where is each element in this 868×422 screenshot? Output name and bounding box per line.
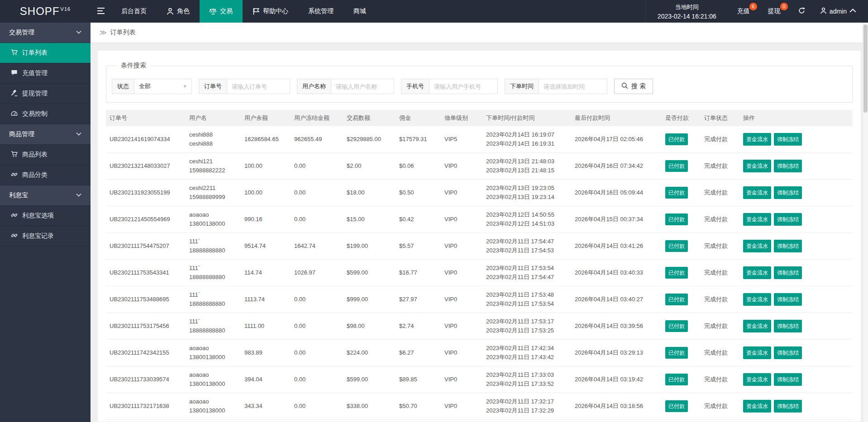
sidebar-item-10[interactable]: 利息宝选项 (0, 206, 91, 226)
nav-item-3[interactable]: 交易 (200, 0, 243, 23)
sidebar-toggle-button[interactable] (91, 0, 111, 23)
amount-cell: $98.00 (343, 313, 396, 340)
fund-flow-button[interactable]: 资金流水 (743, 186, 771, 199)
order-status-cell: 完成付款 (701, 286, 739, 313)
paid-cell: 已付款 (662, 206, 701, 233)
force-freeze-button[interactable]: 强制冻结 (774, 346, 802, 359)
last-pay-time: 2026年04月14日 03:39:56 (575, 322, 643, 329)
sidebar-item-7[interactable]: 商品列表 (0, 145, 91, 165)
order-status-cell: 完成付款 (701, 233, 739, 260)
user-phone: ceshi888 (189, 139, 237, 148)
table-row: UB2302111732171638aoaoao13800138000343.3… (106, 393, 853, 420)
frozen-cell: 1026.97 (291, 260, 343, 286)
paid-badge[interactable]: 已付款 (665, 187, 688, 199)
balance-cell: 100.00 (241, 153, 291, 180)
last-pay-time: 2026年04月14日 03:40:27 (575, 296, 643, 303)
order-no-input[interactable] (227, 79, 290, 94)
force-freeze-button[interactable]: 强制冻结 (774, 320, 802, 332)
cart-icon (11, 151, 18, 159)
sidebar-item-label: 商品列表 (22, 151, 48, 159)
paid-badge[interactable]: 已付款 (665, 133, 688, 145)
user-cell: aoaoao13800138000 (186, 340, 241, 366)
balance-cell: 1113.74 (241, 286, 291, 313)
user-name-input[interactable] (331, 79, 394, 94)
paid-badge[interactable]: 已付款 (665, 347, 688, 359)
link-icon (11, 232, 18, 240)
fund-flow-button[interactable]: 资金流水 (743, 213, 771, 226)
nav-item-6[interactable]: 商城 (343, 0, 376, 23)
search-button[interactable]: 搜 索 (614, 79, 653, 94)
paid-badge[interactable]: 已付款 (665, 294, 688, 305)
fund-flow-button[interactable]: 资金流水 (743, 160, 771, 172)
force-freeze-button[interactable]: 强制冻结 (774, 186, 802, 199)
force-freeze-button[interactable]: 强制冻结 (774, 293, 802, 306)
recharge-button[interactable]: 充值 6 (728, 0, 759, 23)
force-freeze-button[interactable]: 强制冻结 (774, 373, 802, 386)
paid-badge[interactable]: 已付款 (665, 213, 688, 225)
sidebar-item-5[interactable]: 交易控制 (0, 104, 91, 124)
order-no: UB2302111753488695 (110, 296, 169, 303)
status-select[interactable]: 全部 ▼ (134, 79, 192, 94)
sidebar-group-9[interactable]: 利息宝 (0, 185, 91, 206)
withdraw-button[interactable]: 提现 0 (759, 0, 790, 23)
sidebar-group-6[interactable]: 商品管理 (0, 124, 91, 145)
sidebar-item-3[interactable]: 充值管理 (0, 63, 91, 84)
sidebar-item-2[interactable]: 订单列表 (0, 43, 91, 63)
fund-flow-button[interactable]: 资金流水 (743, 346, 771, 359)
fund-flow-button[interactable]: 资金流水 (743, 400, 771, 413)
fund-flow-button[interactable]: 资金流水 (743, 320, 771, 332)
nav-item-2[interactable]: 角色 (157, 0, 200, 23)
last-pay-time: 2026年04月14日 03:40:33 (575, 269, 643, 276)
order-time-input[interactable] (539, 79, 607, 94)
force-freeze-button[interactable]: 强制冻结 (774, 400, 802, 413)
user-phone: 18888888880 (189, 273, 237, 282)
refresh-button[interactable] (790, 0, 814, 23)
user-menu[interactable]: admin (814, 0, 868, 23)
paid-badge[interactable]: 已付款 (665, 320, 688, 332)
nav-item-label: 商城 (353, 7, 366, 15)
fund-flow-button[interactable]: 资金流水 (743, 293, 771, 306)
order-no-cell: UB2302131923055199 (106, 180, 186, 206)
force-freeze-button[interactable]: 强制冻结 (774, 133, 802, 146)
paid-badge[interactable]: 已付款 (665, 240, 688, 252)
order-time: 2023年02月14日 16:19:07 (486, 130, 568, 139)
amount-cell: $599.00 (343, 366, 396, 393)
sidebar-item-4[interactable]: 提现管理 (0, 84, 91, 104)
sidebar-item-11[interactable]: 利息宝记录 (0, 226, 91, 247)
paid-badge[interactable]: 已付款 (665, 160, 688, 172)
vertical-scrollbar[interactable] (863, 23, 868, 422)
user-name-label: 用户名称 (297, 79, 331, 94)
nav-item-1[interactable]: 后台首页 (111, 0, 157, 23)
force-freeze-button[interactable]: 强制冻结 (774, 160, 802, 172)
fund-flow-button[interactable]: 资金流水 (743, 240, 771, 252)
vip-level: VIP0 (444, 376, 457, 383)
amount-cell: $599.00 (343, 260, 396, 286)
paid-badge[interactable]: 已付款 (665, 400, 688, 412)
nav-item-4[interactable]: 帮助中心 (243, 0, 298, 23)
paid-badge[interactable]: 已付款 (665, 267, 688, 279)
order-time: 2023年02月11日 17:33:03 (486, 370, 568, 379)
force-freeze-button[interactable]: 强制冻结 (774, 213, 802, 226)
filter-row: 状态 全部 ▼ 订单号 用户名称 (112, 79, 847, 94)
fund-flow-button[interactable]: 资金流水 (743, 133, 771, 146)
phone-input[interactable] (429, 79, 498, 94)
order-status: 完成付款 (704, 189, 728, 196)
sidebar-item-8[interactable]: 商品分类 (0, 165, 91, 185)
user-cell: 111`18888888880 (186, 313, 241, 340)
last-pay-time: 2026年04月14日 03:19:42 (575, 376, 643, 383)
fund-flow-button[interactable]: 资金流水 (743, 373, 771, 386)
scale-icon (210, 8, 217, 15)
paid-badge[interactable]: 已付款 (665, 374, 688, 385)
force-freeze-button[interactable]: 强制冻结 (774, 240, 802, 252)
sidebar-group-1[interactable]: 交易管理 (0, 23, 91, 43)
force-freeze-button[interactable]: 强制冻结 (774, 266, 802, 279)
order-no: UB2302132148033027 (110, 162, 170, 169)
orders-panel: 条件搜索 状态 全部 ▼ 订单号 (98, 51, 861, 422)
gavel-icon (11, 90, 18, 98)
fund-flow-button[interactable]: 资金流水 (743, 266, 771, 279)
user-balance: 1111.00 (244, 322, 264, 329)
nav-item-5[interactable]: 系统管理 (298, 0, 343, 23)
commission: $6.27 (399, 349, 414, 356)
scrollbar-thumb[interactable] (863, 24, 868, 113)
commission-cell: $5.57 (396, 233, 441, 260)
